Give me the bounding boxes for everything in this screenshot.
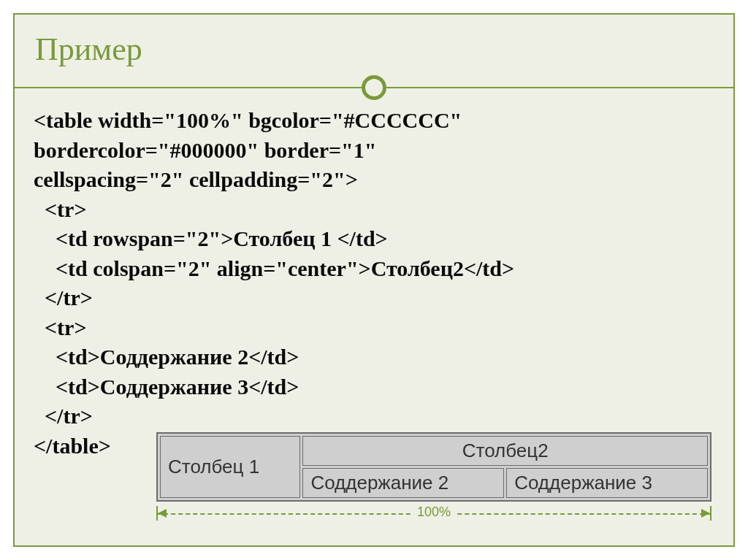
cell-col1: Столбец 1 (160, 436, 300, 498)
code-line: </tr> (34, 285, 93, 310)
code-line: <td rowspan="2">Столбец 1 </td> (34, 226, 388, 250)
slide: Пример <table width="100%" bgcolor="#CCC… (0, 0, 748, 560)
divider-circle-icon (362, 75, 386, 100)
code-line: <td colspan="2" align="center">Столбец2<… (34, 256, 514, 280)
dimension-tick-right (710, 506, 711, 521)
code-line: <tr> (34, 315, 87, 340)
dimension-label: 100% (413, 505, 455, 520)
code-line: <td>Соддержание 3</td> (34, 375, 299, 399)
cell-col2-header: Столбец2 (302, 436, 708, 466)
slide-frame: Пример <table width="100%" bgcolor="#CCC… (13, 13, 735, 547)
dimension-indicator: 100% (156, 505, 711, 525)
code-line: bordercolor="#000000" border="1" (34, 138, 376, 162)
code-line: <tr> (34, 197, 87, 221)
code-line: <table width="100%" bgcolor="#CCCCCC" (34, 108, 462, 132)
code-line: </table> (34, 434, 111, 458)
arrow-left-icon (158, 509, 167, 518)
divider (34, 75, 714, 100)
table-row: Столбец 1 Столбец2 (160, 436, 708, 466)
rendered-output: Столбец 1 Столбец2 Соддержание 2 Соддерж… (156, 432, 711, 525)
slide-title: Пример (35, 31, 714, 68)
code-block: <table width="100%" bgcolor="#CCCCCC" bo… (34, 106, 714, 461)
example-table: Столбец 1 Столбец2 Соддержание 2 Соддерж… (156, 432, 711, 502)
code-line: </tr> (34, 404, 93, 428)
cell-content-3: Соддержание 3 (506, 468, 708, 498)
code-line: <td>Соддержание 2</td> (34, 345, 299, 369)
cell-content-2: Соддержание 2 (302, 468, 504, 498)
code-line: cellspacing="2" cellpadding="2"> (34, 167, 358, 191)
arrow-right-icon (701, 509, 710, 518)
